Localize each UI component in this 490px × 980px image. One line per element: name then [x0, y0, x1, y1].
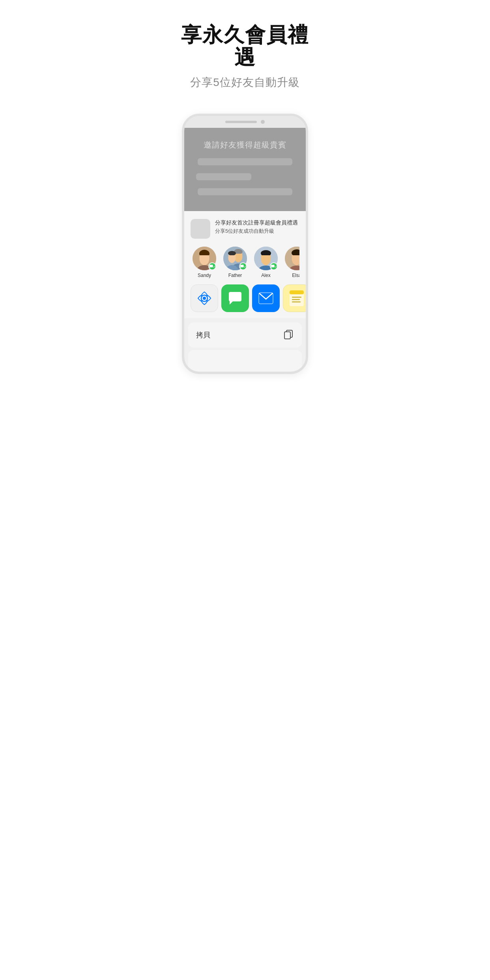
app-mail[interactable]: [252, 284, 280, 312]
copy-row[interactable]: 拷貝: [188, 322, 302, 348]
contact-father[interactable]: Father: [221, 247, 249, 278]
contact-alex-message-badge: [270, 262, 278, 270]
screen-title: 邀請好友獲得超級貴賓: [204, 140, 286, 150]
contact-sandy-message-badge: [208, 262, 216, 270]
svg-rect-25: [290, 290, 304, 294]
share-line-2: 分享5位好友成功自動升級: [215, 228, 299, 235]
svg-point-21: [203, 297, 206, 300]
svg-rect-27: [292, 299, 300, 300]
svg-rect-28: [292, 301, 301, 303]
contact-alex-name: Alex: [261, 273, 270, 278]
phone-notch: [184, 116, 306, 128]
app-notes[interactable]: [283, 284, 308, 312]
main-title: 享永久會員禮遇: [179, 24, 311, 69]
copy-icon: [283, 329, 294, 341]
page-wrapper: 享永久會員禮遇 分享5位好友自動升級 邀請好友獲得超級貴賓: [163, 0, 327, 390]
contact-elsa-avatar: [285, 247, 299, 270]
share-sheet: 分享好友首次註冊享超級會員禮遇 分享5位好友成功自動升級: [184, 211, 306, 318]
second-row: [188, 350, 302, 372]
phone-mockup-container: 邀請好友獲得超級貴賓 分享好友首次註冊享超級會員禮遇 分享5位好友成功自動升級: [170, 114, 320, 374]
app-airdrop[interactable]: [191, 284, 218, 312]
contact-sandy-name: Sandy: [198, 273, 211, 278]
contact-sandy[interactable]: Sandy: [191, 247, 218, 278]
contact-father-message-badge: [239, 262, 247, 270]
contact-alex-avatar-wrap: [254, 247, 278, 270]
header-section: 享永久會員禮遇 分享5位好友自動升級: [163, 0, 327, 102]
apps-row: [191, 284, 299, 312]
share-line-1: 分享好友首次註冊享超級會員禮遇: [215, 219, 299, 227]
sub-title: 分享5位好友自動升級: [179, 75, 311, 90]
svg-rect-30: [284, 332, 290, 339]
svg-rect-26: [292, 297, 301, 298]
contact-father-name: Father: [228, 273, 242, 278]
screen-bar-2: [196, 173, 251, 180]
copy-label: 拷貝: [196, 330, 210, 340]
screen-bar-3: [198, 188, 292, 195]
contact-elsa-avatar-wrap: [285, 247, 299, 270]
phone-screen: 邀請好友獲得超級貴賓: [184, 128, 306, 211]
contact-father-avatar-wrap: [223, 247, 247, 270]
screen-bar-1: [198, 158, 292, 165]
contact-elsa-name: Elsa: [292, 273, 299, 278]
contact-sandy-avatar-wrap: [193, 247, 216, 270]
share-sheet-header: 分享好友首次註冊享超級會員禮遇 分享5位好友成功自動升級: [191, 219, 299, 239]
notch-bar: [225, 121, 257, 123]
app-messages[interactable]: [221, 284, 249, 312]
contact-alex[interactable]: Alex: [252, 247, 280, 278]
share-sheet-text: 分享好友首次註冊享超級會員禮遇 分享5位好友成功自動升級: [215, 219, 299, 235]
share-sheet-app-icon: [191, 219, 210, 239]
contact-elsa[interactable]: Elsa: [283, 247, 299, 278]
phone-mockup: 邀請好友獲得超級貴賓 分享好友首次註冊享超級會員禮遇 分享5位好友成功自動升級: [182, 114, 308, 374]
svg-point-9: [228, 251, 236, 256]
contacts-row: Sandy: [191, 247, 299, 278]
notch-circle: [261, 120, 265, 124]
